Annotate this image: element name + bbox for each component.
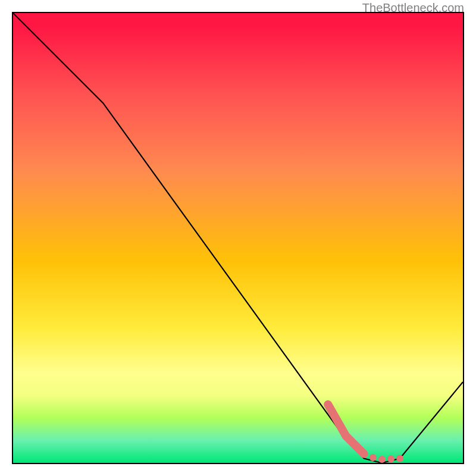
curve-svg xyxy=(13,13,463,463)
highlight-stroke xyxy=(328,405,364,454)
chart-container: TheBottleneck.com xyxy=(0,0,476,476)
highlight-dot xyxy=(378,456,386,463)
bottleneck-curve-path xyxy=(13,13,463,463)
highlight-dot xyxy=(387,455,394,462)
plot-area xyxy=(12,12,464,464)
highlight-dot xyxy=(396,455,403,462)
highlight-dot xyxy=(369,454,377,461)
highlight-points xyxy=(328,405,403,463)
